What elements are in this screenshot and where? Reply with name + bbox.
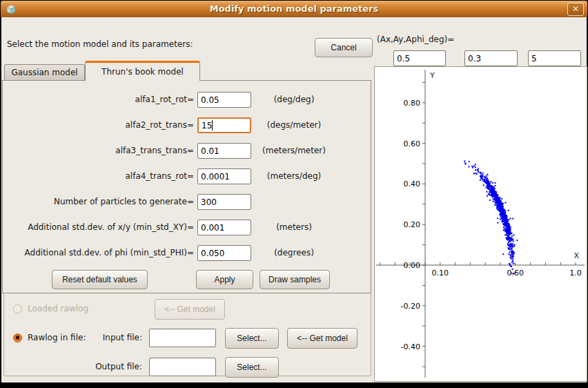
- alfa3-label: alfa3_trans_trans=: [3, 146, 194, 155]
- instruction-label: Select the motion model and its paramete…: [7, 39, 193, 49]
- svg-text:Y: Y: [429, 71, 435, 80]
- form-row: alfa4_trans_rot= (meters/deg): [3, 168, 371, 185]
- alfa1-unit: (deg/deg): [255, 95, 333, 104]
- svg-text:-0.20: -0.20: [401, 302, 420, 311]
- svg-text:-0.40: -0.40: [401, 342, 420, 351]
- minstd-xy-unit: (meters): [255, 222, 333, 232]
- output-file-field[interactable]: [149, 358, 216, 376]
- alfa3-unit: (meters/meter): [255, 146, 333, 155]
- input-file-field[interactable]: [149, 329, 216, 347]
- samples-plot-canvas: YX0.100.601.00.800.600.400.200.00-0.20-0…: [375, 67, 587, 381]
- select-input-file-button[interactable]: Select...: [225, 328, 279, 349]
- alfa2-unit: (degs/meter): [255, 120, 333, 130]
- input-file-label: Input file:: [66, 333, 142, 342]
- delta-phi-input[interactable]: [528, 50, 581, 66]
- minstd-phi-input[interactable]: [197, 245, 251, 261]
- delta-y-input[interactable]: [464, 50, 518, 66]
- svg-text:X: X: [574, 251, 579, 260]
- loaded-rawlog-label: Loaded rawlog: [28, 304, 88, 313]
- alfa2-input[interactable]: [197, 117, 251, 133]
- apply-to-group: Apply to: Loaded rawlog <-- Get model Ra…: [3, 282, 371, 376]
- loaded-rawlog-radio[interactable]: [13, 304, 22, 313]
- minstd-xy-label: Additional std.dev. of x/y (min_std_XY)=: [3, 222, 194, 232]
- minstd-phi-label: Additional std.dev. of phi (min_std_PHI)…: [3, 248, 194, 258]
- form-row: Additional std.dev. of phi (min_std_PHI)…: [3, 245, 371, 262]
- text-caret: [212, 120, 213, 130]
- particles-label: Number of particles to generate=: [3, 197, 194, 206]
- minstd-phi-unit: (degrees): [255, 248, 333, 258]
- tab-gaussian-model[interactable]: Gaussian model: [4, 64, 85, 80]
- reset-default-values-button[interactable]: Reset default values: [52, 270, 148, 289]
- delta-label: (Ax,Ay,Aphi_deg)=: [377, 35, 454, 44]
- select-output-file-button[interactable]: Select...: [225, 357, 279, 378]
- minstd-xy-input[interactable]: [197, 220, 251, 235]
- svg-text:0.10: 0.10: [432, 269, 449, 278]
- alfa2-label: alfa2_rot_trans=: [3, 120, 194, 130]
- form-row: Additional std.dev. of x/y (min_std_XY)=…: [3, 220, 371, 236]
- form-row: Number of particles to generate=: [3, 194, 371, 211]
- samples-plot[interactable]: YX0.100.601.00.800.600.400.200.00-0.20-0…: [374, 66, 587, 382]
- svg-text:0.80: 0.80: [404, 99, 421, 108]
- output-file-label: Output file:: [66, 362, 142, 371]
- thrun-model-panel: alfa1_rot_rot= (deg/deg) alfa2_rot_trans…: [2, 80, 371, 293]
- alfa4-label: alfa4_trans_rot=: [3, 171, 194, 181]
- draw-samples-button[interactable]: Draw samples: [259, 270, 330, 289]
- svg-text:0.20: 0.20: [404, 220, 421, 229]
- form-row: alfa3_trans_trans= (meters/meter): [3, 143, 371, 159]
- svg-text:0.40: 0.40: [404, 180, 421, 188]
- alfa4-unit: (meters/deg): [255, 171, 333, 181]
- rawlog-in-file-radio[interactable]: [13, 333, 22, 342]
- alfa4-input[interactable]: [197, 168, 251, 184]
- svg-text:0.60: 0.60: [404, 139, 421, 148]
- apply-button[interactable]: Apply: [196, 270, 253, 289]
- cancel-button[interactable]: Cancel: [315, 38, 373, 57]
- tab-thruns-book-model[interactable]: Thrun's book model: [85, 61, 200, 81]
- alfa1-input[interactable]: [197, 92, 251, 108]
- alfa3-input[interactable]: [197, 143, 251, 159]
- form-row: alfa1_rot_rot= (deg/deg): [3, 92, 371, 108]
- form-row: alfa2_rot_trans= (degs/meter): [3, 117, 371, 134]
- alfa1-label: alfa1_rot_rot=: [3, 95, 194, 104]
- close-button[interactable]: ✕: [567, 3, 584, 16]
- get-model-file-button[interactable]: <-- Get model: [287, 328, 357, 349]
- particles-input[interactable]: [197, 194, 251, 210]
- svg-text:1.0: 1.0: [569, 269, 582, 278]
- svg-text:0.00: 0.00: [404, 261, 421, 270]
- svg-text:0.60: 0.60: [507, 269, 525, 278]
- window-title: Modify motion model parameters: [1, 3, 587, 14]
- delta-x-input[interactable]: [393, 50, 446, 66]
- dialog-window: Modify motion model parameters ✕ Select …: [0, 0, 588, 388]
- title-bar[interactable]: Modify motion model parameters ✕: [1, 1, 587, 17]
- get-model-loaded-button[interactable]: <-- Get model: [155, 299, 225, 320]
